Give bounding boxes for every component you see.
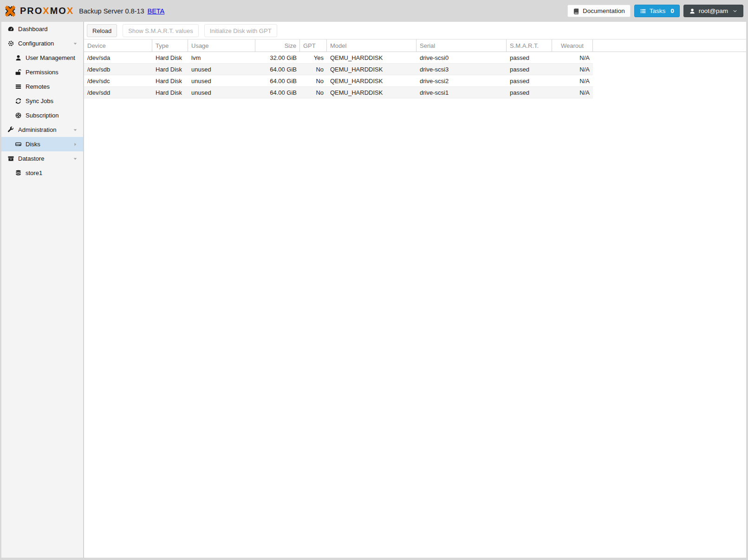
sidebar-item-disks[interactable]: Disks — [1, 137, 83, 151]
cell-gpt: No — [300, 75, 327, 86]
refresh-icon — [15, 98, 22, 104]
database-icon — [15, 169, 22, 176]
reload-button[interactable]: Reload — [87, 24, 117, 37]
cell-device: /dev/sdb — [84, 64, 152, 75]
book-icon — [573, 8, 579, 14]
table-row-dev-sdb[interactable]: /dev/sdbHard Diskunused64.00 GiBNoQEMU_H… — [84, 64, 593, 75]
cell-s-m-a-r-t: passed — [507, 75, 552, 86]
sidebar-item-subscription[interactable]: Subscription — [1, 108, 83, 123]
sidebar-item-label: Permissions — [26, 69, 80, 76]
cell-usage: unused — [188, 75, 255, 86]
topbar-actions: Documentation Tasks 0 root@pam — [567, 5, 743, 17]
cell-size: 64.00 GiB — [255, 64, 300, 75]
sidebar-item-label: Configuration — [18, 40, 72, 47]
sidebar-item-remotes[interactable]: Remotes — [1, 79, 83, 94]
grid-header-row: DeviceTypeUsageSizeGPTModelSerialS.M.A.R… — [84, 39, 746, 52]
sidebar-nav: Dashboard Configuration User Management … — [1, 22, 84, 558]
sidebar-item-label: Disks — [26, 141, 72, 148]
cell-s-m-a-r-t: passed — [507, 87, 552, 98]
initialize-disk-with-gpt-button[interactable]: Initialize Disk with GPT — [204, 24, 277, 37]
sidebar-item-dashboard[interactable]: Dashboard — [1, 22, 83, 36]
proxmox-wordmark: PROXMOX — [20, 6, 74, 16]
sidebar-item-label: store1 — [26, 169, 80, 176]
collapse-down-icon — [72, 127, 78, 133]
table-row-dev-sdc[interactable]: /dev/sdcHard Diskunused64.00 GiBNoQEMU_H… — [84, 75, 593, 87]
dashboard-icon — [7, 26, 14, 33]
column-header-serial[interactable]: Serial — [416, 39, 507, 52]
cell-type: Hard Disk — [152, 75, 188, 86]
column-header-type[interactable]: Type — [152, 39, 188, 52]
column-header-wearout[interactable]: Wearout — [552, 39, 593, 52]
column-header-usage[interactable]: Usage — [188, 39, 255, 52]
cell-gpt: Yes — [300, 52, 327, 63]
sidebar-item-label: User Management — [26, 54, 80, 61]
column-header-device[interactable]: Device — [84, 39, 152, 52]
column-header-model[interactable]: Model — [327, 39, 416, 52]
tasks-count-badge: 0 — [670, 7, 674, 14]
cell-serial: drive-scsi0 — [416, 52, 507, 63]
sidebar-item-label: Remotes — [26, 83, 80, 90]
cell-device: /dev/sdc — [84, 75, 152, 86]
beta-link[interactable]: BETA — [148, 7, 165, 15]
show-s-m-a-r-t-values-button[interactable]: Show S.M.A.R.T. values — [123, 24, 198, 37]
table-row-dev-sda[interactable]: /dev/sdaHard Disklvm32.00 GiBYesQEMU_HAR… — [84, 52, 593, 64]
submenu-right-icon — [72, 142, 78, 147]
sidebar-item-label: Sync Jobs — [26, 98, 80, 104]
hdd-icon — [15, 141, 22, 148]
cogs-icon — [7, 40, 14, 47]
collapse-down-icon — [72, 41, 78, 46]
cell-wearout: N/A — [552, 64, 593, 75]
sidebar-item-administration[interactable]: Administration — [1, 123, 83, 137]
user-icon — [689, 8, 696, 14]
cell-s-m-a-r-t: passed — [507, 64, 552, 75]
sidebar-item-label: Datastore — [18, 155, 72, 162]
column-header-s-m-a-r-t[interactable]: S.M.A.R.T. — [507, 39, 552, 52]
cell-type: Hard Disk — [152, 52, 188, 63]
cell-size: 64.00 GiB — [255, 75, 300, 86]
main-panel: ReloadShow S.M.A.R.T. valuesInitialize D… — [84, 22, 746, 558]
cell-s-m-a-r-t: passed — [507, 52, 552, 63]
cell-model: QEMU_HARDDISK — [327, 87, 416, 98]
collapse-down-icon — [72, 156, 78, 162]
documentation-button[interactable]: Documentation — [567, 5, 631, 17]
grid-empty-area — [84, 98, 746, 558]
cell-gpt: No — [300, 87, 327, 98]
cell-gpt: No — [300, 64, 327, 75]
sidebar-item-datastore[interactable]: Datastore — [1, 151, 83, 166]
sidebar-item-user-management[interactable]: User Management — [1, 51, 83, 65]
cell-model: QEMU_HARDDISK — [327, 52, 416, 63]
cell-type: Hard Disk — [152, 87, 188, 98]
cell-device: /dev/sdd — [84, 87, 152, 98]
table-row-dev-sdd[interactable]: /dev/sddHard Diskunused64.00 GiBNoQEMU_H… — [84, 87, 593, 98]
cell-serial: drive-scsi1 — [416, 87, 507, 98]
sidebar-item-sync-jobs[interactable]: Sync Jobs — [1, 94, 83, 108]
column-header-size[interactable]: Size — [255, 39, 300, 52]
cell-size: 32.00 GiB — [255, 52, 300, 63]
cell-type: Hard Disk — [152, 64, 188, 75]
sidebar-item-permissions[interactable]: Permissions — [1, 65, 83, 79]
disks-toolbar: ReloadShow S.M.A.R.T. valuesInitialize D… — [84, 22, 746, 39]
sidebar-item-configuration[interactable]: Configuration — [1, 36, 83, 51]
app-title: Backup Server 0.8-13 — [79, 7, 144, 15]
body-wrap: Dashboard Configuration User Management … — [1, 22, 746, 558]
chevron-down-icon — [732, 8, 738, 14]
sidebar-item-store1[interactable]: store1 — [1, 166, 83, 180]
cell-device: /dev/sda — [84, 52, 152, 63]
column-header-gpt[interactable]: GPT — [300, 39, 327, 52]
proxmox-brand: PROXMOX — [4, 5, 74, 18]
archive-icon — [7, 155, 14, 162]
server-list-icon — [15, 83, 22, 90]
app-window: PROXMOX Backup Server 0.8-13 BETA Docume… — [0, 0, 748, 560]
cell-model: QEMU_HARDDISK — [327, 64, 416, 75]
cell-usage: lvm — [188, 52, 255, 63]
sidebar-item-label: Subscription — [26, 112, 80, 119]
support-icon — [15, 112, 22, 119]
sidebar-item-label: Administration — [18, 126, 72, 133]
user-icon — [15, 54, 22, 61]
cell-wearout: N/A — [552, 75, 593, 86]
user-menu-button[interactable]: root@pam — [683, 5, 743, 17]
cell-serial: drive-scsi3 — [416, 64, 507, 75]
cell-usage: unused — [188, 87, 255, 98]
tasks-button[interactable]: Tasks 0 — [634, 5, 680, 17]
proxmox-logo-icon — [4, 5, 17, 18]
